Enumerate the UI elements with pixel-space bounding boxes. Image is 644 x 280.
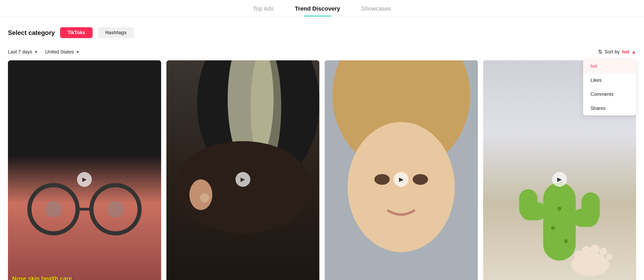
main-content: Select category TikToks Hashtags Last 7 … (0, 17, 644, 280)
top-navigation: Top Ads Trend Discovery Showcases (0, 0, 644, 17)
svg-point-29 (606, 254, 612, 260)
tab-top-ads[interactable]: Top Ads (253, 5, 274, 16)
period-dropdown[interactable]: Last 7 days ▾ (8, 49, 37, 55)
svg-point-3 (45, 201, 62, 217)
sort-dropdown: hot Likes Comments Shares (583, 59, 636, 115)
sort-option-comments[interactable]: Comments (583, 87, 636, 101)
play-button-1[interactable]: ▶ (77, 172, 92, 187)
hashtags-button[interactable]: Hashtags (98, 27, 134, 38)
play-icon-1: ▶ (82, 176, 87, 183)
play-icon-3: ▶ (399, 176, 403, 183)
svg-point-4 (107, 201, 124, 217)
sort-option-hot[interactable]: hot (583, 59, 636, 73)
tiktoks-button[interactable]: TikToks (60, 27, 92, 38)
svg-point-13 (348, 122, 455, 252)
svg-point-21 (557, 207, 561, 211)
svg-point-9 (189, 179, 212, 210)
svg-rect-18 (519, 189, 538, 218)
svg-point-22 (551, 226, 555, 230)
svg-point-10 (200, 193, 209, 202)
woman-graphic (325, 60, 478, 280)
select-category-label: Select category (8, 29, 55, 37)
play-button-2[interactable]: ▶ (235, 172, 250, 187)
sort-option-shares[interactable]: Shares (583, 101, 636, 115)
tab-trend-discovery[interactable]: Trend Discovery (295, 5, 340, 16)
filter-row: Last 7 days ▾ United States ▾ ⇅ Sort by … (8, 49, 636, 55)
video-grid: Nose skin health care 00:00:00 ▶ (8, 60, 636, 280)
region-label: United States (45, 49, 74, 55)
region-dropdown[interactable]: United States ▾ (45, 49, 79, 55)
sort-option-likes[interactable]: Likes (583, 73, 636, 87)
video-card-1[interactable]: Nose skin health care 00:00:00 ▶ (8, 60, 161, 280)
sort-area: ⇅ Sort by hot ▲ hot Likes Comments Share… (598, 49, 636, 55)
sort-chevron: ▲ (631, 49, 636, 55)
svg-point-28 (599, 248, 607, 255)
svg-point-26 (582, 246, 591, 255)
sort-icon: ⇅ (598, 49, 602, 55)
period-label: Last 7 days (8, 49, 32, 55)
region-chevron: ▾ (76, 49, 79, 55)
hair-graphic (166, 60, 320, 280)
period-chevron: ▾ (35, 49, 37, 55)
play-icon-2: ▶ (241, 176, 245, 183)
sort-prefix: Sort by (605, 49, 620, 55)
play-button-3[interactable]: ▶ (394, 172, 409, 187)
svg-point-15 (413, 174, 428, 185)
tab-showcases[interactable]: Showcases (361, 5, 391, 16)
svg-rect-20 (582, 192, 600, 224)
video-card-3[interactable]: ▶ (325, 60, 478, 280)
video-overlay-text-1: Nose skin health care (12, 275, 157, 280)
play-button-4[interactable]: ▶ (552, 172, 567, 187)
baby-feet-graphic (567, 227, 628, 280)
sort-value: hot (622, 49, 629, 55)
svg-point-25 (574, 251, 583, 260)
video-card-2[interactable]: ▶ (166, 60, 320, 280)
play-icon-4: ▶ (557, 176, 562, 183)
svg-point-27 (590, 245, 599, 254)
svg-point-14 (374, 174, 390, 185)
sort-button[interactable]: ⇅ Sort by hot ▲ (598, 49, 636, 55)
category-row: Select category TikToks Hashtags (8, 27, 636, 38)
